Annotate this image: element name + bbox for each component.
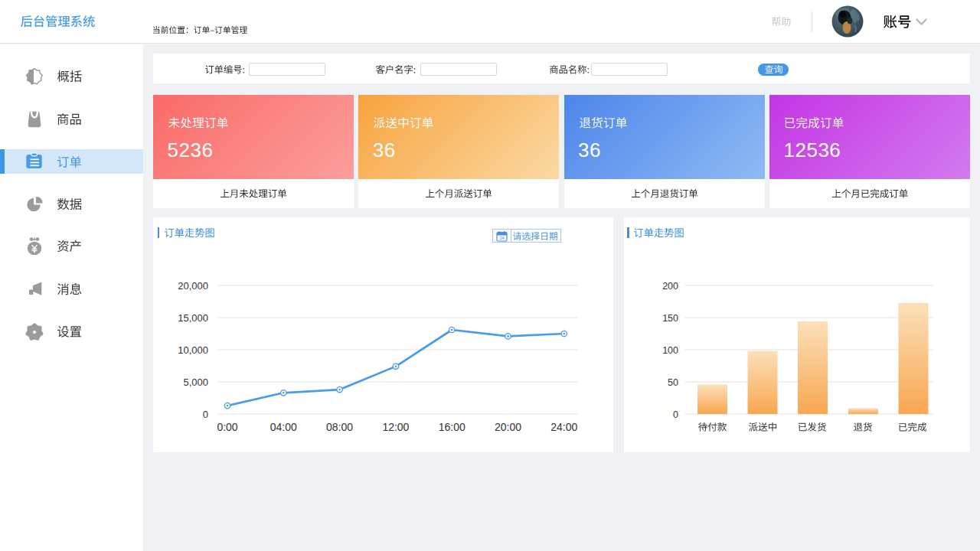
svg-text:150: 150 <box>662 313 678 324</box>
svg-text:10,000: 10,000 <box>178 344 208 356</box>
svg-text:200: 200 <box>662 281 678 292</box>
svg-text:100: 100 <box>662 345 678 356</box>
svg-text:0:00: 0:00 <box>217 421 237 433</box>
svg-text:16:00: 16:00 <box>439 421 466 433</box>
svg-text:04:00: 04:00 <box>270 421 297 433</box>
svg-text:15,000: 15,000 <box>178 312 208 324</box>
svg-text:5,000: 5,000 <box>183 377 208 388</box>
svg-text:0: 0 <box>673 409 678 420</box>
svg-text:0: 0 <box>203 409 208 420</box>
svg-text:20:00: 20:00 <box>495 421 521 433</box>
svg-text:20,000: 20,000 <box>178 280 208 292</box>
svg-text:08:00: 08:00 <box>326 421 353 433</box>
svg-text:12:00: 12:00 <box>382 421 409 433</box>
svg-text:50: 50 <box>668 377 678 388</box>
svg-text:24:00: 24:00 <box>550 421 577 433</box>
